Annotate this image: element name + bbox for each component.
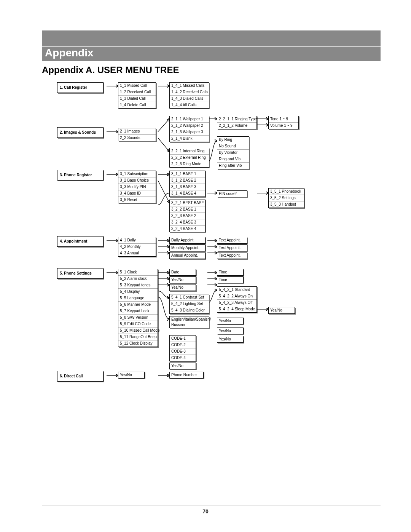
list-item: CODE-1 (170, 335, 196, 342)
list-item: 3_2_3 BASE 2 (170, 213, 205, 219)
appointment-list: 4_1 Daily 4_2 Monthly 4_3 Annual (118, 237, 156, 257)
list-item: Yes/No (269, 307, 295, 313)
list-item: Text Appoint. (217, 245, 247, 251)
list-item: 2_2 Sounds (118, 135, 156, 141)
list-item: 2_1 Images (118, 128, 156, 135)
tone-vol: Tone 1 ~ 9 Volume 1 ~ 9 (268, 116, 299, 129)
phone-number-box: Phone Number (169, 372, 204, 379)
subscription-bases: 3_1_1 BASE 1 3_1_2 BASE 2 3_1_3 BASE 3 3… (169, 171, 206, 197)
list-item: Volume 1 ~ 9 (269, 123, 298, 129)
list-item: 3_1_2 BASE 2 (170, 177, 205, 184)
list-item: No Sound (217, 143, 249, 150)
images-sounds-list: 2_1 Images 2_2 Sounds (118, 128, 156, 141)
list-item: 3_2 Base Choice (118, 177, 156, 184)
list-item: Ring and Vib (217, 156, 249, 163)
list-item: 5_4_2_4 Sleep Mode (217, 306, 256, 312)
keypadlock-yesno: Yes/No (217, 328, 244, 334)
list-item: 2_1_2 Wallpaper 2 (170, 123, 209, 129)
svg-line-8 (158, 138, 169, 152)
list-item: 2_1_1 Wallpaper 1 (170, 116, 209, 123)
clock-time: Time (217, 269, 244, 276)
list-item: 3_3 Modify PIN (118, 184, 156, 190)
alarm-time: Time (217, 276, 244, 283)
svg-line-7 (158, 119, 169, 132)
list-item: 5_6 Manner Mode (118, 302, 158, 308)
appoint-sub-annual: Annual Appoint. (169, 252, 206, 259)
list-item: CODE-4 (170, 355, 196, 361)
list-item: CODE-3 (170, 348, 196, 355)
menu-images-sounds: 2. Images & Sounds (57, 127, 104, 138)
list-item: 2_1_4 Blank (170, 136, 209, 142)
appendix-title-bar: Appendix (42, 47, 381, 61)
direct-call-yesno: Yes/No (118, 372, 145, 379)
list-item: 5_5 Language (118, 295, 158, 302)
list-item: 1_4_4 All Calls (170, 102, 209, 108)
list-item: By Vibrator (217, 150, 249, 156)
svg-line-10 (158, 181, 169, 203)
list-item: 3_1_3 BASE 3 (170, 184, 205, 190)
lighting-sub: 5_4_2_1 Standard 5_4_2_2 Always On 5_4_2… (217, 286, 257, 313)
clock-date: Date (169, 269, 196, 276)
reset-list: 3_5_1 Phonebook 3_5_2 Settings 3_5_3 Han… (268, 188, 304, 208)
footer-rule (42, 505, 381, 505)
list-item: 1_4_1 Missed Calls (170, 83, 209, 89)
list-item: 2_2_3 Ring Mode (170, 161, 209, 167)
list-item: Text Appoint. (217, 237, 247, 243)
list-item: Monthly Appoint. (170, 245, 205, 251)
base-choice-list: 3_2_1 BEST BASE 3_2_2 BASE 1 3_2_3 BASE … (169, 200, 206, 232)
list-item: 3_1_4 BASE 4 (170, 190, 205, 197)
list-item: Ring after Vib (217, 163, 249, 169)
list-item: 5_9 Edit CO Code (118, 321, 158, 328)
ring-mode-opts: By Ring No Sound By Vibrator Ring and Vi… (217, 136, 249, 169)
list-item: CODE-2 (170, 342, 196, 348)
list-item: 5_11 RangeOut Beep (118, 334, 158, 340)
list-item: Yes/No (170, 363, 196, 369)
list-item: 3_4 Base ID (118, 190, 156, 197)
list-item: Text Appoint. (217, 252, 247, 259)
missed-yesno: Yes/No (217, 336, 244, 343)
list-item: 5_3 Keypad tones (118, 282, 158, 289)
header-bar (42, 30, 381, 46)
delete-call-list: 1_4_1 Missed Calls 1_4_2 Received Calls … (169, 82, 209, 109)
menu-phone-settings: 5. Phone Settings (57, 268, 104, 279)
list-item: 3_2_4 BASE 4 (170, 226, 205, 232)
list-item: 3_5_3 Handset (269, 201, 304, 208)
language-opts: English/Italian/Spanish/ Russian (169, 316, 209, 328)
list-item: 5_4_1 Contrast Set (170, 294, 209, 301)
list-item: Yes/No (217, 318, 243, 324)
list-item: 3_1 Subscription (118, 171, 156, 177)
list-item: 3_2_4 BASE 3 (170, 219, 205, 226)
display-sub: 5_4_1 Contrast Set 5_4_2 Lighting Set 5_… (169, 294, 209, 314)
list-item: 3_5 Reset (118, 197, 156, 203)
list-item: 4_3 Annual (118, 250, 156, 256)
co-codes: CODE-1 CODE-2 CODE-3 CODE-4 (169, 335, 196, 361)
list-item: 1_1 Missed Call (118, 83, 156, 89)
pin-code-box: PIN code? (217, 190, 247, 197)
list-item: 5_7 Keypad Lock (118, 308, 158, 315)
list-item: Yes/No (170, 284, 196, 291)
text-appoint-3: Text Appoint. (217, 252, 247, 259)
list-item: 1_4 Delete Call (118, 102, 156, 108)
list-item: Yes/No (217, 336, 243, 342)
section-title: Appendix A. USER MENU TREE (42, 65, 381, 75)
list-item: 5_10 Missed Call Mode (118, 328, 158, 334)
appoint-sub-daily: Daily Appoint. (169, 237, 206, 244)
list-item: 4_2 Monthly (118, 244, 156, 250)
list-item: 5_12 Clock Display (118, 340, 158, 347)
manner-yesno: Yes/No (217, 318, 244, 324)
list-item: 5_4_2_1 Standard (217, 287, 256, 293)
list-item: 5_8 S/W Version (118, 315, 158, 321)
list-item: 5_2 Alarm clock (118, 276, 158, 282)
list-item: 3_5_2 Settings (269, 195, 304, 201)
appendix-label: Appendix (45, 46, 94, 59)
menu-appointment: 4. Appointment (57, 236, 104, 247)
keypad-yesno: Yes/No (169, 284, 196, 291)
phone-settings-list: 5_1 Clock 5_2 Alarm clock 5_3 Keypad ton… (118, 269, 158, 347)
ring-type-vol: 2_2_1_1 Ringing Type 2_2_1_2 Volume (217, 116, 257, 129)
menu-tree: 1. Call Register 2. Images & Sounds 3. P… (42, 81, 377, 446)
list-item: PIN code? (217, 191, 247, 197)
list-item: 5_4_3 Dialing Color (170, 307, 209, 313)
list-item: Date (170, 269, 196, 275)
list-item: 1_4_3 Dialed Calls (170, 96, 209, 102)
menu-direct-call: 6. Direct Call (57, 371, 104, 382)
